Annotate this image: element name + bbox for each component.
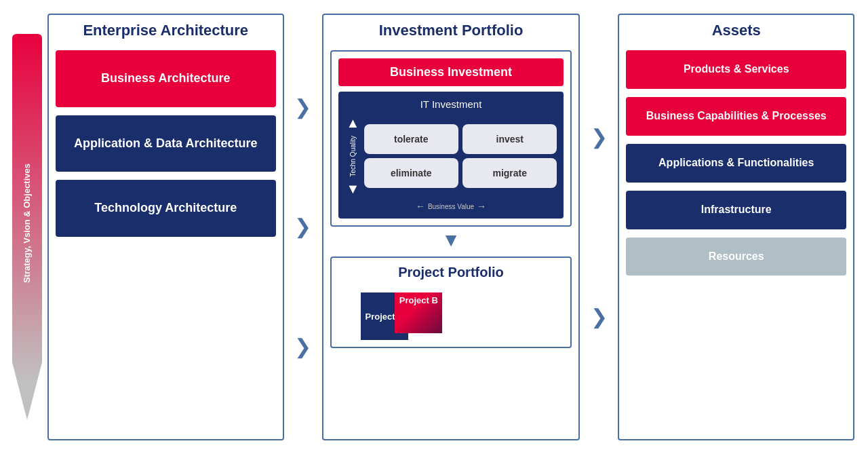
business-investment-bar: Business Investment	[338, 58, 564, 86]
middle-column-inner: Business Investment IT Investment ▲ Tech…	[330, 50, 572, 348]
technology-architecture-box: Technology Architecture	[56, 180, 276, 236]
assets-column: Assets Products & Services Business Capa…	[618, 14, 854, 440]
quadrant-tolerate: tolerate	[364, 124, 458, 154]
quadrant-grid: tolerate invest eliminate migrate	[364, 124, 557, 188]
arrow-ea-to-ip-bot: ❯	[294, 337, 311, 357]
business-value-label: ← Business Value →	[416, 201, 486, 212]
applications-functionalities-box: Applications & Functionalities	[626, 144, 846, 183]
app-data-architecture-box: Application & Data Architecture	[56, 115, 276, 172]
bv-arrow-right: →	[477, 201, 486, 212]
vertical-arrow-label: ▲ Techn Quality ▼	[345, 115, 361, 197]
business-capabilities-box: Business Capabilities & Processes	[626, 97, 846, 136]
resources-box: Resources	[626, 238, 846, 276]
quadrant-migrate: migrate	[462, 158, 557, 188]
quadrant-invest: invest	[462, 124, 557, 154]
project-b-box: Project B	[395, 292, 442, 333]
arrow-ea-to-ip-top: ❯	[294, 97, 311, 117]
diagram-container: Strategy, Vsion & Objectives Enterprise …	[7, 7, 861, 447]
columns-wrapper: Enterprise Architecture Business Archite…	[47, 7, 861, 447]
enterprise-architecture-column: Enterprise Architecture Business Archite…	[47, 14, 284, 440]
bv-text: Business Value	[428, 203, 474, 210]
ip-title: Investment Portfolio	[379, 22, 524, 39]
investment-top-box: Business Investment IT Investment ▲ Tech…	[330, 50, 572, 227]
connector-ea-ip: ❯ ❯ ❯	[291, 14, 315, 440]
arrow-ea-to-ip-mid: ❯	[294, 216, 311, 237]
projects-area: Project A Project B	[361, 286, 541, 340]
business-architecture-box: Business Architecture	[56, 50, 276, 107]
quadrant-eliminate: eliminate	[364, 158, 458, 188]
arrow-ip-to-assets-top: ❯	[591, 127, 608, 147]
up-arrow-icon: ▲	[347, 115, 360, 131]
quadrant-area: ▲ Techn Quality ▼ tolerate invest elimin…	[345, 115, 557, 197]
bv-arrow-left: ←	[416, 201, 425, 212]
strategy-label: Strategy, Vsion & Objectives	[22, 164, 33, 283]
investment-portfolio-column: Investment Portfolio Business Investment…	[322, 14, 580, 440]
assets-title: Assets	[712, 22, 761, 39]
pp-title: Project Portfolio	[398, 265, 504, 280]
arrow-ip-to-assets-bot: ❯	[591, 307, 608, 327]
vertical-label-text: Strategy, Vsion & Objectives	[14, 41, 41, 406]
connector-ip-assets: ❯ ❯	[587, 14, 611, 440]
it-investment-box: IT Investment ▲ Techn Quality ▼ tolerate	[338, 92, 564, 219]
tech-quality-label: Techn Quality	[349, 136, 357, 177]
vertical-label-container: Strategy, Vsion & Objectives	[7, 7, 47, 447]
ea-title: Enterprise Architecture	[83, 22, 248, 39]
mid-down-arrow: ▼	[330, 229, 572, 251]
products-services-box: Products & Services	[626, 50, 846, 89]
it-investment-title: IT Investment	[420, 98, 482, 110]
infrastructure-box: Infrastructure	[626, 191, 846, 229]
down-arrow-icon: ▼	[347, 181, 360, 197]
project-portfolio-box: Project Portfolio Project A Project B	[330, 257, 572, 348]
